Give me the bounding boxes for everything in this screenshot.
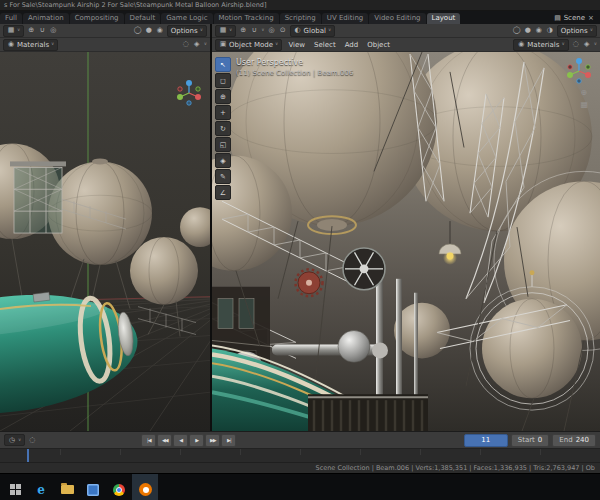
menu-add[interactable]: Add xyxy=(342,41,362,49)
tool-scale[interactable]: ◱ xyxy=(215,137,231,152)
shading-solid-icon[interactable]: ● xyxy=(524,26,532,36)
workspace-tab-video-editing[interactable]: Video Editing xyxy=(369,13,425,24)
taskbar-edge[interactable]: e xyxy=(28,474,54,500)
zoom-icon[interactable]: ⊕ xyxy=(580,88,588,97)
menu-object[interactable]: Object xyxy=(364,41,393,49)
scaffold-tower[interactable] xyxy=(10,161,66,233)
proportional-edit-icon[interactable]: ◎ xyxy=(268,26,276,36)
overlays-icon[interactable]: ◌ xyxy=(182,40,190,50)
camera-view-icon[interactable]: ▦ xyxy=(580,100,588,109)
playback-menu-icon[interactable]: ◌ xyxy=(28,435,36,445)
viewport-editor-icon: ▦ xyxy=(7,26,15,36)
editor-type-dropdown[interactable]: ▦ ∨ xyxy=(3,25,24,37)
shading-material-icon[interactable]: ◉ xyxy=(535,26,543,36)
shading-wireframe-icon[interactable]: ◯ xyxy=(513,26,521,36)
tool-measure[interactable]: ∠ xyxy=(215,185,231,200)
tool-select-box[interactable]: ◻ xyxy=(215,73,231,88)
viewport-toolbar: ↖ ◻ ⊕ + ↻ ◱ ◈ ✎ ∠ xyxy=(215,57,231,200)
frame-start-field[interactable]: Start 0 xyxy=(511,434,550,447)
next-keyframe-button[interactable]: ▶▶ xyxy=(205,434,220,447)
menu-view[interactable]: View xyxy=(285,41,308,49)
tool-annotate[interactable]: ✎ xyxy=(215,169,231,184)
timeline-track[interactable] xyxy=(0,448,600,462)
chevron-down-icon: ∨ xyxy=(590,28,593,33)
tool-transform[interactable]: ◈ xyxy=(215,153,231,168)
options-dropdown[interactable]: Options ∨ xyxy=(557,25,597,37)
gizmos-icon[interactable]: ◈ xyxy=(193,40,201,50)
snap-magnet-icon[interactable]: ∪ xyxy=(38,26,46,36)
shading-rendered-icon[interactable]: ◑ xyxy=(546,26,554,36)
metal-sphere[interactable] xyxy=(338,331,370,363)
proportional-edit-icon[interactable]: ◎ xyxy=(49,26,57,36)
taskbar-photos[interactable] xyxy=(80,474,106,500)
tool-tweak-select[interactable]: ↖ xyxy=(215,57,231,72)
right-shading-dropdown[interactable]: ◉ Materials ∨ xyxy=(513,39,568,51)
left-options-dropdown[interactable]: Options ∨ xyxy=(167,25,207,37)
material-sphere-icon: ◉ xyxy=(517,40,525,50)
prev-keyframe-button[interactable]: ◀◀ xyxy=(157,434,172,447)
scene-icon: ▤ xyxy=(554,13,562,23)
right-viewport-canvas[interactable]: ↖ ◻ ⊕ + ↻ ◱ ◈ ✎ ∠ User Perspective (11) … xyxy=(212,52,600,431)
play-reverse-button[interactable]: ◀ xyxy=(173,434,188,447)
orientation-dropdown[interactable]: ◐ Global ∨ xyxy=(290,25,336,37)
pipe-elbow xyxy=(372,342,388,358)
navigation-gizmo[interactable] xyxy=(174,78,204,112)
tool-rotate[interactable]: ↻ xyxy=(215,121,231,136)
jump-to-start-button[interactable]: |◀ xyxy=(141,434,156,447)
right-scene[interactable] xyxy=(212,52,600,431)
taskbar-blender[interactable] xyxy=(132,474,158,500)
viewport-editor-icon: ▦ xyxy=(219,26,227,36)
cursor-3d-icon[interactable]: ⊕ xyxy=(27,26,35,36)
mode-dropdown[interactable]: ▣ Object Mode ∨ xyxy=(215,39,282,51)
workspace-tab-game-logic[interactable]: Game Logic xyxy=(161,13,212,24)
taskbar-chrome[interactable] xyxy=(106,474,132,500)
cursor-3d-icon[interactable]: ⊕ xyxy=(239,26,247,36)
close-icon[interactable]: × xyxy=(587,13,595,23)
right-viewport-header-row2: ▣ Object Mode ∨ View Select Add Object ◉… xyxy=(212,38,600,52)
workspace-tab-layout[interactable]: Layout xyxy=(427,13,461,24)
current-frame-field[interactable]: 11 xyxy=(464,434,508,447)
shading-solid-icon[interactable]: ● xyxy=(145,26,153,36)
tool-cursor[interactable]: ⊕ xyxy=(215,89,231,104)
gizmos-icon[interactable]: ◈ xyxy=(583,40,591,50)
balcony-railing[interactable] xyxy=(308,394,428,431)
overlays-icon[interactable]: ◌ xyxy=(572,40,580,50)
chevron-down-icon: ∨ xyxy=(261,28,264,33)
navigation-gizmo[interactable] xyxy=(564,56,594,90)
left-shading-dropdown[interactable]: ◉ Materials ∨ xyxy=(3,39,58,51)
shading-wireframe-icon[interactable]: ◯ xyxy=(134,26,142,36)
timeline-editor-dropdown[interactable]: ◷ ∨ xyxy=(4,434,25,446)
balloon[interactable] xyxy=(394,303,450,359)
workspace-tab-full[interactable]: Full xyxy=(0,13,22,24)
wheel[interactable] xyxy=(343,248,385,290)
folder-icon xyxy=(61,485,74,494)
scene-selector[interactable]: ▤ Scene × xyxy=(550,13,600,24)
left-options-label: Options xyxy=(171,27,198,35)
snap-magnet-icon[interactable]: ∪ xyxy=(250,26,258,36)
workspace-tab-scripting[interactable]: Scripting xyxy=(280,13,321,24)
workspace-tab-default[interactable]: Default xyxy=(125,13,161,24)
workspace-tab-animation[interactable]: Animation xyxy=(23,13,69,24)
start-button[interactable] xyxy=(2,474,28,500)
taskbar-file-explorer[interactable] xyxy=(54,474,80,500)
workspace-tab-motion-tracking[interactable]: Motion Tracking xyxy=(214,13,279,24)
tool-move[interactable]: + xyxy=(215,105,231,120)
jump-to-end-button[interactable]: ▶| xyxy=(221,434,236,447)
menu-select[interactable]: Select xyxy=(311,41,339,49)
workspace-tab-uv-editing[interactable]: UV Editing xyxy=(322,13,369,24)
balloon[interactable] xyxy=(130,237,198,305)
shading-material-icon[interactable]: ◉ xyxy=(156,26,164,36)
viewport-nav-buttons: ⊕ ▦ xyxy=(580,88,588,109)
editor-type-dropdown[interactable]: ▦ ∨ xyxy=(215,25,236,37)
end-value: 240 xyxy=(576,436,589,444)
left-viewport-canvas[interactable] xyxy=(0,52,210,431)
left-shading-label: Materials xyxy=(17,41,49,49)
chevron-down-icon: ∨ xyxy=(51,42,54,47)
playhead[interactable] xyxy=(27,449,29,462)
pivot-point-icon[interactable]: ⊙ xyxy=(279,26,287,36)
play-button[interactable]: ▶ xyxy=(189,434,204,447)
workspace-tab-compositing[interactable]: Compositing xyxy=(70,13,124,24)
windows-taskbar: e xyxy=(0,473,600,500)
frame-end-field[interactable]: End 240 xyxy=(552,434,596,447)
start-value: 0 xyxy=(538,436,542,444)
